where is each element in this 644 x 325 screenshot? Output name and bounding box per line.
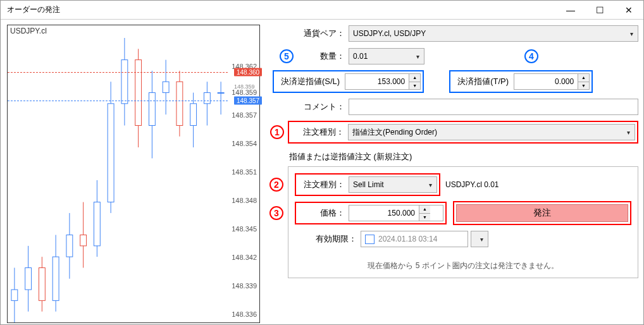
annotation-4: 4 (524, 49, 538, 63)
pair-row: 通貨ペア： USDJPY.cl, USD/JPY (266, 25, 638, 42)
pending-fieldset: 2 注文種別： Sell Limit USDJPY.cl 0.01 (288, 166, 638, 278)
chart-candles (8, 38, 228, 322)
expiry-input[interactable]: 2024.01.18 03:14 (361, 231, 468, 247)
expiry-label: 有効期限： (295, 233, 361, 245)
price-spin-up[interactable]: ▲ (419, 205, 430, 214)
tp-spin-down[interactable]: ▼ (578, 82, 589, 90)
pending-legend: 指値または逆指値注文 (新規注文) (289, 152, 412, 161)
sl-spin-down[interactable]: ▼ (409, 82, 420, 90)
expiry-dropdown[interactable] (471, 231, 488, 247)
tp-label: 決済指値(T/P) (452, 76, 514, 87)
comment-label: コメント： (266, 101, 349, 113)
pending-price-spinner: ▲ ▼ (419, 205, 430, 221)
svg-rect-31 (218, 93, 224, 94)
chart-symbol-label: USDJPY.cl (10, 27, 47, 35)
content-area: USDJPY.cl 148.362 148.359 148.357 148.35… (1, 20, 643, 324)
order-class-group: 注文種別： 指値注文(Pending Order) (288, 121, 638, 144)
pending-type-row: 2 注文種別： Sell Limit USDJPY.cl 0.01 (295, 173, 631, 196)
window-title: オーダーの発注 (1, 4, 60, 15)
ask-price-tag: 148.360 (234, 68, 262, 77)
svg-rect-5 (39, 267, 45, 300)
svg-rect-25 (176, 82, 183, 125)
mid-price-tag: 148.359 (234, 83, 255, 90)
svg-rect-1 (11, 290, 18, 300)
expiry-value: 2024.01.18 03:14 (378, 235, 437, 243)
tp-spinner: ▲ ▼ (578, 74, 589, 89)
price-tags: 148.360 148.359 148.357 (228, 38, 263, 322)
svg-rect-11 (80, 235, 87, 246)
minimize-button[interactable]: — (556, 1, 585, 20)
svg-rect-17 (121, 60, 128, 104)
form-panel: 通貨ペア： USDJPY.cl, USD/JPY 5 数量： 0.01 (266, 25, 638, 319)
chart-panel: USDJPY.cl 148.362 148.359 148.357 148.35… (7, 25, 260, 323)
pending-type-group: 注文種別： Sell Limit (295, 173, 440, 196)
expiry-checkbox[interactable] (365, 235, 375, 244)
chart-area (8, 38, 228, 322)
sl-input[interactable] (345, 74, 409, 89)
pair-label: 通貨ペア： (266, 28, 349, 39)
sl-group: 決済逆指値(S/L) ▲ ▼ (273, 70, 424, 93)
volume-label: 数量： (307, 51, 349, 62)
bid-line (8, 101, 228, 101)
svg-rect-27 (190, 104, 197, 126)
order-window: オーダーの発注 — ☐ ✕ USDJPY.cl 148.362 148.359 … (0, 0, 644, 325)
pending-symbol-info: USDJPY.cl 0.01 (445, 180, 499, 189)
titlebar: オーダーの発注 — ☐ ✕ (1, 1, 643, 20)
sl-spin-up[interactable]: ▲ (409, 74, 420, 82)
svg-rect-15 (108, 104, 114, 202)
comment-input[interactable] (349, 99, 638, 115)
bid-price-tag: 148.357 (234, 97, 262, 105)
order-class-row: 1 注文種別： 指値注文(Pending Order) (266, 121, 638, 144)
tp-input[interactable] (514, 74, 578, 89)
svg-rect-29 (204, 93, 210, 104)
sl-spinner: ▲ ▼ (409, 74, 420, 89)
pending-price-input[interactable] (349, 205, 419, 221)
tp-group: 決済指値(T/P) ▲ ▼ (449, 70, 593, 93)
annotation-5: 5 (280, 49, 294, 63)
annotation-2: 2 (269, 178, 283, 192)
svg-rect-3 (25, 267, 32, 290)
price-spin-down[interactable]: ▼ (419, 214, 430, 221)
info-text: 現在価格から 5 ポイント圏内の注文は発注できません。 (295, 261, 631, 271)
annotation-1: 1 (270, 125, 284, 139)
titlebar-controls: — ☐ ✕ (556, 1, 643, 20)
sl-tp-row: 決済逆指値(S/L) ▲ ▼ 決済指値(T/P) ▲ (266, 70, 638, 93)
maximize-button[interactable]: ☐ (585, 1, 614, 20)
pending-type-label: 注文種別： (298, 179, 349, 190)
svg-rect-7 (53, 257, 59, 300)
pending-price-row: 3 価格： ▲ ▼ (295, 201, 631, 225)
order-class-select[interactable]: 指値注文(Pending Order) (348, 124, 635, 140)
order-class-label: 注文種別： (291, 126, 348, 138)
expiry-row: 有効期限： 2024.01.18 03:14 (295, 230, 631, 248)
volume-row: 5 数量： 0.01 4 (266, 47, 638, 65)
submit-button[interactable]: 発注 (456, 204, 628, 222)
pending-price-input-wrap: ▲ ▼ (349, 205, 443, 221)
close-button[interactable]: ✕ (614, 1, 643, 20)
comment-row: コメント： (266, 98, 638, 116)
pending-price-group: 価格： ▲ ▼ (295, 202, 447, 224)
volume-select[interactable]: 0.01 (349, 48, 424, 64)
tp-spin-up[interactable]: ▲ (578, 74, 589, 82)
sl-input-wrap: ▲ ▼ (345, 73, 421, 90)
svg-rect-19 (135, 60, 142, 126)
sl-label: 決済逆指値(S/L) (276, 76, 345, 87)
svg-rect-23 (163, 82, 169, 92)
pending-submit-group: 発注 (453, 201, 631, 225)
annotation-3: 3 (269, 206, 283, 220)
svg-rect-9 (66, 235, 73, 257)
tp-input-wrap: ▲ ▼ (514, 73, 590, 90)
svg-rect-21 (149, 93, 155, 126)
ask-line (8, 72, 228, 73)
pair-select[interactable]: USDJPY.cl, USD/JPY (349, 25, 638, 42)
pending-price-label: 価格： (298, 207, 349, 219)
svg-rect-13 (94, 202, 100, 246)
pending-type-select[interactable]: Sell Limit (349, 176, 437, 193)
